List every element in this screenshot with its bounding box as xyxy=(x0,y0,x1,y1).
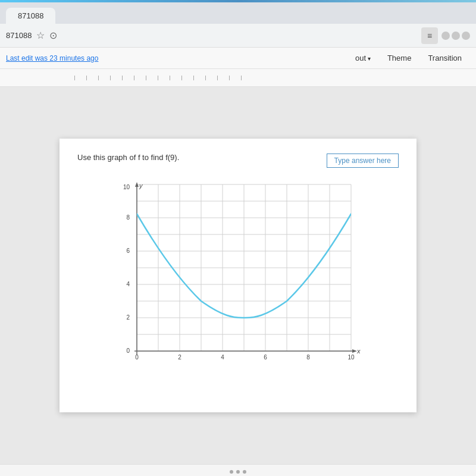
x-axis-label: x xyxy=(356,347,361,355)
tick-10 xyxy=(181,76,193,80)
y-tick-10: 10 xyxy=(123,184,130,190)
main-content: Last edit was 23 minutes ago out Theme T… xyxy=(0,48,476,476)
dot-1 xyxy=(230,470,233,474)
doc-toolbar: Last edit was 23 minutes ago out Theme T… xyxy=(0,48,476,69)
answer-input-box[interactable]: Type answer here xyxy=(327,154,399,168)
x-tick-0: 0 xyxy=(135,354,139,361)
tick-14 xyxy=(229,76,241,80)
tab-title: 871088 xyxy=(18,11,43,20)
address-text: 871088 xyxy=(6,31,32,40)
menu-tab-transition[interactable]: Transition xyxy=(419,50,470,66)
cloud-icon[interactable]: ⊙ xyxy=(49,30,57,41)
dot-2 xyxy=(236,470,240,474)
y-axis-label: y xyxy=(139,182,143,189)
ruler-marks xyxy=(3,76,253,80)
tick-7 xyxy=(146,76,158,80)
tick-12 xyxy=(205,76,217,80)
last-edit-text[interactable]: Last edit was 23 minutes ago xyxy=(6,54,98,62)
y-tick-8: 8 xyxy=(126,214,130,221)
top-right-icons: ≡ xyxy=(421,27,470,44)
circle-icons xyxy=(441,32,470,40)
tick-13 xyxy=(217,76,229,80)
x-tick-10: 10 xyxy=(347,354,355,361)
graph-container: y x 0 2 4 6 8 10 0 2 4 6 xyxy=(77,178,399,369)
address-bar-row: 871088 ☆ ⊙ ≡ xyxy=(0,24,476,48)
x-tick-4: 4 xyxy=(221,354,224,361)
tick-15 xyxy=(241,76,253,80)
y-tick-2: 2 xyxy=(126,314,130,321)
slide-area: Use this graph of f to find f(9). Type a… xyxy=(0,87,476,464)
tick-3 xyxy=(98,76,110,80)
slide: Use this graph of f to find f(9). Type a… xyxy=(60,139,416,412)
tick-9 xyxy=(170,76,181,80)
x-tick-2: 2 xyxy=(178,354,181,361)
y-tick-6: 6 xyxy=(126,248,130,254)
circle-icon-1 xyxy=(441,32,450,40)
bottom-dots xyxy=(0,464,476,476)
tick-11 xyxy=(193,76,205,80)
ruler-bar xyxy=(0,69,476,87)
y-tick-0: 0 xyxy=(126,347,130,354)
tick-1 xyxy=(74,76,86,80)
circle-icon-2 xyxy=(452,32,460,40)
menu-tabs: out Theme Transition xyxy=(347,50,470,66)
menu-icon[interactable]: ≡ xyxy=(421,27,438,44)
tick-2 xyxy=(86,76,98,80)
y-tick-4: 4 xyxy=(126,281,130,287)
tab-bar: 871088 xyxy=(0,2,476,24)
question-text: Use this graph of f to find f(9). xyxy=(77,153,179,162)
x-tick-6: 6 xyxy=(264,354,267,361)
dot-3 xyxy=(243,470,246,474)
tick-4 xyxy=(110,76,122,80)
menu-tab-out[interactable]: out xyxy=(347,50,379,66)
svg-marker-26 xyxy=(352,349,357,353)
circle-icon-3 xyxy=(462,32,470,40)
tick-8 xyxy=(158,76,170,80)
tick-6 xyxy=(134,76,146,80)
tick-5 xyxy=(122,76,134,80)
x-tick-8: 8 xyxy=(306,354,310,361)
star-icon[interactable]: ☆ xyxy=(36,30,45,41)
graph-svg: y x 0 2 4 6 8 10 0 2 4 6 xyxy=(113,178,363,369)
active-tab[interactable]: 871088 xyxy=(6,8,55,24)
menu-tab-theme[interactable]: Theme xyxy=(379,50,419,66)
